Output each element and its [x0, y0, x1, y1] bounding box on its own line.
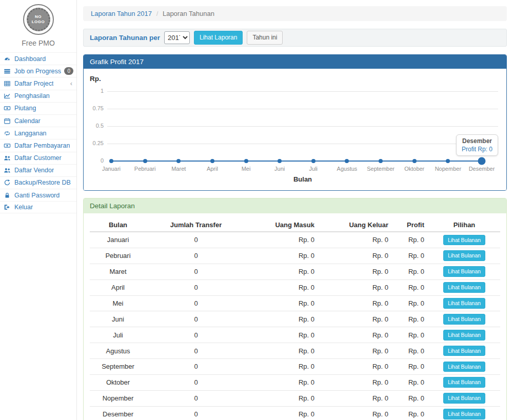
lihat-laporan-button[interactable]: Lihat Laporan: [194, 31, 243, 45]
cell-jumlah-transfer: 0: [146, 327, 246, 343]
lihat-bulanan-button-september[interactable]: Lihat Bulanan: [443, 362, 485, 372]
sidebar-item-label: Backup/Restore DB: [14, 179, 71, 186]
lihat-bulanan-button-juni[interactable]: Lihat Bulanan: [443, 314, 485, 325]
sidebar-item-label: Ganti Password: [14, 192, 60, 199]
lihat-bulanan-button-maret[interactable]: Lihat Bulanan: [443, 266, 485, 277]
sidebar-item-ganti-password[interactable]: Ganti Password: [0, 189, 76, 201]
lihat-bulanan-button-desember[interactable]: Lihat Bulanan: [443, 409, 485, 419]
cell-bulan: Maret: [90, 264, 146, 279]
lihat-bulanan-button-nopember[interactable]: Lihat Bulanan: [443, 393, 485, 404]
data-point-mei[interactable]: [244, 159, 248, 163]
cell-bulan: Desember: [90, 406, 146, 420]
chart-panel-title: Grafik Profit 2017: [84, 55, 506, 69]
lihat-bulanan-button-mei[interactable]: Lihat Bulanan: [443, 298, 485, 309]
cell-uang-keluar: Rp. 0: [319, 374, 392, 390]
cell-pilihan: Lihat Bulanan: [428, 406, 500, 420]
x-tick-label: Desember: [469, 166, 495, 172]
sidebar-item-daftar-vendor[interactable]: Daftar Vendor: [0, 164, 76, 176]
sidebar-item-daftar-project[interactable]: Daftar Project‹: [0, 77, 76, 89]
sidebar-item-daftar-customer[interactable]: Daftar Customer: [0, 152, 76, 164]
breadcrumb: Laporan Tahun 2017 / Laporan Tahunan: [83, 6, 507, 21]
cell-bulan: Mei: [90, 295, 146, 311]
app-layout: NO LOGO Free PMO DashboardJob on Progres…: [0, 0, 513, 420]
data-point-juli[interactable]: [311, 159, 315, 163]
lihat-bulanan-button-oktober[interactable]: Lihat Bulanan: [443, 377, 485, 388]
cell-uang-masuk: Rp. 0: [246, 279, 319, 295]
cell-bulan: September: [90, 359, 146, 375]
sidebar-item-dashboard[interactable]: Dashboard: [0, 52, 76, 65]
sidebar-item-piutang[interactable]: Piutang: [0, 102, 76, 114]
lihat-bulanan-button-juli[interactable]: Lihat Bulanan: [443, 330, 485, 341]
cell-pilihan: Lihat Bulanan: [428, 343, 500, 359]
cell-uang-masuk: Rp. 0: [246, 343, 319, 359]
chart-gridline: [107, 144, 498, 144]
sidebar-item-calendar[interactable]: Calendar: [0, 114, 76, 127]
x-tick-label: April: [207, 166, 218, 172]
users-icon: [4, 167, 12, 174]
y-tick-label: 1: [84, 88, 104, 94]
table-row: Nopember0Rp. 0Rp. 0Rp. 0Lihat Bulanan: [90, 390, 500, 406]
lock-icon: [4, 192, 12, 199]
cell-pilihan: Lihat Bulanan: [428, 390, 500, 406]
cell-uang-keluar: Rp. 0: [319, 264, 392, 279]
cell-bulan: Nopember: [90, 390, 146, 406]
sidebar-item-daftar-pembayaran[interactable]: Daftar Pembayaran: [0, 139, 76, 151]
x-tick-label: Agustus: [337, 166, 358, 172]
sidebar-item-label: Piutang: [14, 105, 36, 112]
cell-profit: Rp. 0: [392, 232, 428, 248]
x-tick-label: Nopember: [435, 166, 461, 172]
sidebar-item-job-on-progress[interactable]: Job on Progress0: [0, 65, 76, 77]
y-tick-label: 0.75: [84, 105, 104, 111]
data-point-januari[interactable]: [109, 159, 113, 163]
lihat-bulanan-button-agustus[interactable]: Lihat Bulanan: [443, 346, 485, 356]
cell-jumlah-transfer: 0: [146, 343, 246, 359]
table-row: Juli0Rp. 0Rp. 0Rp. 0Lihat Bulanan: [90, 327, 500, 343]
data-point-juni[interactable]: [278, 159, 282, 163]
breadcrumb-link-laporan-tahun[interactable]: Laporan Tahun 2017: [91, 10, 152, 17]
cell-bulan: Oktober: [90, 374, 146, 390]
cell-bulan: April: [90, 279, 146, 295]
tahun-ini-button[interactable]: Tahun ini: [247, 31, 283, 45]
no-logo-seal-inner: NO LOGO: [27, 8, 50, 31]
data-point-pebruari[interactable]: [143, 159, 147, 163]
lihat-bulanan-button-pebruari[interactable]: Lihat Bulanan: [443, 250, 485, 261]
cell-uang-masuk: Rp. 0: [246, 248, 319, 264]
data-point-nopember[interactable]: [446, 159, 450, 163]
sidebar-item-label: Daftar Project: [14, 80, 53, 87]
chart-tooltip: Desember Profit Rp: 0: [456, 134, 498, 156]
sidebar-nav: DashboardJob on Progress0Daftar Project‹…: [0, 52, 76, 213]
detail-report-panel: Detail Laporan BulanJumlah TransferUang …: [83, 198, 507, 420]
cell-jumlah-transfer: 0: [146, 248, 246, 264]
sidebar-item-label: Daftar Vendor: [14, 167, 54, 174]
data-point-oktober[interactable]: [412, 159, 417, 163]
cell-uang-masuk: Rp. 0: [246, 311, 319, 327]
data-point-maret[interactable]: [176, 159, 181, 163]
sidebar-item-langganan[interactable]: Langganan: [0, 127, 76, 139]
cell-jumlah-transfer: 0: [146, 264, 246, 279]
column-header-bulan: Bulan: [90, 218, 146, 232]
data-point-april[interactable]: [210, 159, 214, 163]
sidebar-item-penghasilan[interactable]: Penghasilan: [0, 90, 76, 102]
job-count-badge: 0: [64, 67, 73, 75]
cell-bulan: Juli: [90, 327, 146, 343]
cell-bulan: Juni: [90, 311, 146, 327]
data-point-desember[interactable]: [478, 157, 486, 165]
report-filter-bar: Laporan Tahunan per 2017 Lihat Laporan T…: [83, 29, 507, 47]
lihat-bulanan-button-januari[interactable]: Lihat Bulanan: [443, 235, 485, 246]
sidebar-item-label: Daftar Pembayaran: [14, 142, 70, 149]
sidebar-item-label: Penghasilan: [14, 92, 50, 99]
cell-uang-keluar: Rp. 0: [319, 248, 392, 264]
no-logo-seal: NO LOGO: [23, 4, 54, 35]
tooltip-month: Desember: [462, 137, 492, 145]
brand-block: NO LOGO Free PMO: [0, 0, 76, 52]
year-select[interactable]: 2017: [164, 31, 190, 44]
cell-uang-keluar: Rp. 0: [319, 359, 392, 375]
column-header-profit: Profit: [392, 218, 428, 232]
lihat-bulanan-button-april[interactable]: Lihat Bulanan: [443, 282, 485, 293]
money-icon: [4, 105, 12, 112]
cell-uang-keluar: Rp. 0: [319, 406, 392, 420]
data-point-agustus[interactable]: [345, 159, 349, 163]
sidebar-item-backup-restore-db[interactable]: Backup/Restore DB: [0, 176, 76, 189]
sidebar-item-keluar[interactable]: Keluar: [0, 201, 76, 213]
data-point-september[interactable]: [379, 159, 383, 163]
